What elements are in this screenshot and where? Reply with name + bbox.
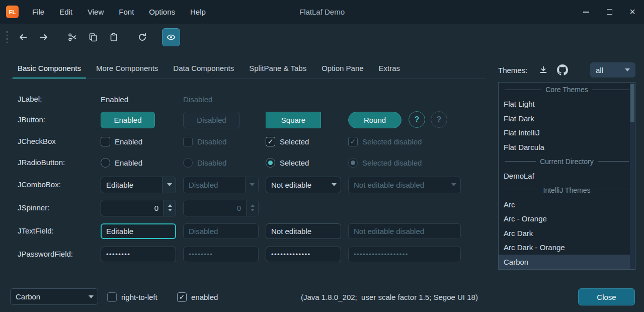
theme-item-arc-dark[interactable]: Arc Dark (499, 226, 635, 241)
cut-icon (67, 32, 77, 42)
label-disabled: Disabled (183, 95, 212, 104)
jcheckbox-row: JCheckBox Enabled Disabled ✓Selected ✓Se… (0, 133, 486, 150)
spinner-down-icon (168, 209, 172, 211)
jtextfield-row: JTextField: Editable Disabled Not editab… (0, 222, 486, 240)
maximize-button[interactable] (598, 0, 621, 24)
checkbox-label: enabled (191, 293, 218, 301)
theme-item-carbon[interactable]: Carbon (499, 255, 635, 269)
download-themes-button[interactable] (535, 62, 551, 78)
theme-item-flat-dark[interactable]: Flat Dark (499, 111, 635, 126)
refresh-button[interactable] (133, 28, 151, 46)
menu-item-help[interactable]: Help (183, 0, 213, 24)
paste-button[interactable] (105, 28, 123, 46)
runtime-info: (Java 1.8.0_202; user scale factor 1.5; … (301, 281, 478, 312)
theme-item-flat-light[interactable]: Flat Light (499, 97, 635, 112)
tab-option-pane[interactable]: Option Pane (314, 57, 371, 79)
radio-icon (183, 158, 193, 168)
passwordfield-not-editable-disabled: •••••••••••••••••• (348, 247, 461, 262)
radio-enabled[interactable]: Enabled (101, 158, 142, 168)
radio-selected-disabled: Selected disabled (348, 158, 422, 168)
radio-selected[interactable]: Selected (266, 158, 309, 168)
themes-scrollbar-thumb[interactable] (630, 84, 634, 122)
back-button[interactable] (14, 28, 32, 46)
tab-splitpane-tabs[interactable]: SplitPane & Tabs (242, 57, 314, 79)
checkbox-checked-icon: ✓ (348, 137, 358, 146)
menu-item-edit[interactable]: Edit (52, 0, 80, 24)
textfield-not-editable[interactable]: Not editable (266, 223, 341, 239)
menu-item-font[interactable]: Font (111, 0, 141, 24)
combobox-not-editable[interactable]: Not editable (266, 177, 341, 193)
round-button[interactable]: Round (348, 112, 401, 128)
show-hidden-toggle-button[interactable] (162, 28, 180, 46)
passwordfield-enabled[interactable]: •••••••• (101, 247, 176, 262)
lookandfeel-combobox[interactable]: Carbon (10, 288, 98, 305)
close-icon: × (629, 6, 635, 18)
combobox-disabled: Disabled (183, 177, 259, 193)
flatlaf-demo-window: FL File Edit View Font Options Help Flat… (0, 0, 644, 312)
spinner-value[interactable]: 0 (101, 200, 164, 216)
checkbox-selected[interactable]: ✓Selected (266, 137, 309, 146)
checkbox-checked-icon: ✓ (266, 137, 275, 146)
jlabel-row-label: JLabel: (18, 91, 42, 108)
tab-data-components[interactable]: Data Components (166, 57, 242, 79)
themes-filter-combobox[interactable]: all (590, 62, 635, 77)
toolbar (0, 24, 183, 50)
cut-button[interactable] (63, 28, 82, 46)
combobox-editable[interactable]: Editable (101, 177, 176, 193)
themes-scrollbar-track[interactable] (630, 83, 635, 269)
jspinner-row: JSpinner: 0 0 (0, 199, 486, 216)
chevron-down-icon[interactable] (85, 289, 98, 304)
jradiobutton-row: JRadioButton: Enabled Disabled Selected … (0, 154, 486, 171)
enabled-button[interactable]: Enabled (101, 112, 155, 128)
passwordfield-not-editable[interactable]: ••••••••••••• (266, 247, 341, 262)
jbutton-row: JButton: Enabled Disabled Square Round ?… (0, 111, 486, 128)
right-to-left-checkbox[interactable]: right-to-left (107, 281, 157, 312)
theme-item-flat-darcula[interactable]: Flat Darcula (499, 140, 635, 154)
jcombobox-row: JComboBox: Editable Disabled Not editabl… (0, 176, 486, 193)
github-button[interactable] (554, 62, 571, 78)
window-title: FlatLaf Demo (299, 8, 345, 16)
theme-item-arc[interactable]: Arc (499, 197, 635, 212)
square-button[interactable]: Square (266, 112, 321, 128)
themes-label: Themes: (498, 66, 527, 74)
theme-item-arc-orange[interactable]: Arc - Orange (499, 212, 635, 226)
spinner[interactable]: 0 (101, 200, 176, 216)
spinner-up-down-buttons[interactable] (164, 200, 176, 216)
close-button[interactable]: Close (578, 288, 635, 305)
help-button[interactable]: ? (409, 111, 425, 128)
chevron-down-icon[interactable] (328, 177, 341, 193)
menu-item-file[interactable]: File (25, 0, 52, 24)
textfield-editable[interactable]: Editable (101, 223, 176, 239)
tab-more-components[interactable]: More Components (89, 57, 166, 79)
copy-button[interactable] (84, 28, 102, 46)
theme-group-separator: IntelliJ Themes (499, 183, 635, 198)
chevron-down-icon[interactable] (163, 177, 176, 193)
disabled-button: Disabled (183, 112, 240, 128)
minimize-button[interactable] (575, 0, 598, 24)
toolbar-grip[interactable] (6, 30, 8, 44)
password-dots: •••••••••••••••••• (354, 251, 409, 258)
help-button-disabled: ? (431, 111, 447, 128)
github-icon (557, 64, 568, 75)
enabled-checkbox[interactable]: ✓ enabled (177, 281, 218, 312)
textfield-not-editable-disabled: Not editable disabled (348, 223, 461, 239)
checkbox-label: Enabled (115, 137, 142, 146)
theme-item-demolaf[interactable]: DemoLaf (499, 169, 635, 183)
spinner-up-icon (251, 204, 255, 207)
checkbox-label: right-to-left (121, 293, 157, 301)
textfield-value: Not editable (271, 227, 311, 236)
label-enabled: Enabled (101, 95, 128, 104)
jcheckbox-row-label: JCheckBox (18, 133, 56, 150)
theme-group-separator: Core Themes (499, 83, 635, 97)
copy-icon (88, 32, 98, 42)
forward-button[interactable] (35, 28, 53, 46)
theme-item-arc-dark-orange[interactable]: Arc Dark - Orange (499, 241, 635, 255)
close-window-button[interactable]: × (621, 0, 644, 24)
checkbox-enabled[interactable]: Enabled (101, 137, 142, 146)
tab-basic-components[interactable]: Basic Components (10, 57, 89, 79)
radio-disabled: Disabled (183, 158, 226, 168)
menu-item-options[interactable]: Options (141, 0, 183, 24)
menu-item-view[interactable]: View (80, 0, 111, 24)
tab-extras[interactable]: Extras (371, 57, 408, 79)
theme-item-flat-intellij[interactable]: Flat IntelliJ (499, 126, 635, 140)
